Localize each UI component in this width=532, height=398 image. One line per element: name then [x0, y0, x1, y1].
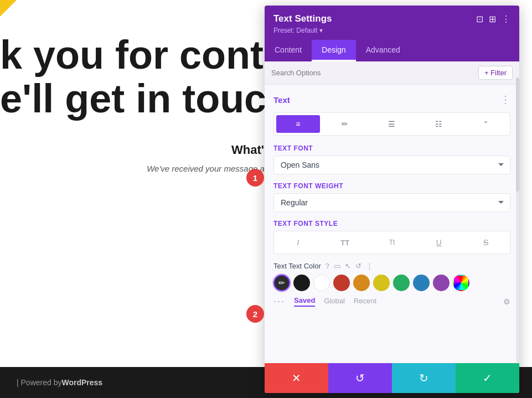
cancel-button[interactable]: ✕ — [265, 363, 328, 393]
panel-search-bar: + Filter — [265, 61, 519, 85]
underline-btn[interactable]: U — [417, 234, 461, 251]
text-font-select[interactable]: Open Sans — [273, 156, 510, 174]
text-format-icons: ≡ ✏ ☰ ☷ " — [273, 112, 510, 136]
quote-btn[interactable]: " — [464, 115, 508, 133]
color-reset-icon[interactable]: ↺ — [355, 262, 361, 270]
save-button[interactable]: ✓ — [456, 363, 519, 393]
color-label-text: Text Text Color — [273, 262, 321, 270]
list-btn[interactable]: ☰ — [370, 115, 414, 133]
color-green-swatch[interactable] — [393, 275, 410, 291]
font-style-icons: I TT Tt U S — [273, 231, 510, 254]
tab-content[interactable]: Content — [265, 40, 312, 61]
text-settings-panel: Text Settings ⊡ ⊞ ⋮ Preset: Default ▾ Co… — [265, 6, 519, 393]
badge-1: 1 — [246, 169, 264, 187]
footer-text: | Powered by — [17, 378, 61, 387]
color-purple-swatch[interactable] — [433, 275, 450, 291]
panel-body: Text ⋮ ≡ ✏ ☰ ☷ " Text Font Open Sans Tex… — [265, 85, 519, 363]
panel-tabs: Content Design Advanced — [265, 40, 519, 61]
panel-title: Text Settings — [273, 13, 332, 24]
section-header: Text ⋮ — [273, 94, 510, 106]
color-more-icon[interactable]: ⋮ — [366, 262, 373, 270]
color-swatches: ✏ — [273, 275, 510, 291]
strikethrough-btn[interactable]: S — [464, 234, 508, 251]
color-picker-swatch[interactable]: ✏ — [273, 275, 290, 291]
color-white-swatch[interactable] — [313, 275, 330, 291]
color-tabs: ··· Saved Global Recent ⚙ — [273, 296, 510, 307]
badge-2: 2 — [246, 305, 264, 323]
italic-btn[interactable]: I — [276, 234, 320, 251]
text-font-weight-label: Text Font Weight — [273, 182, 510, 190]
footer-brand: WordPress — [61, 378, 102, 387]
color-gear-icon[interactable]: ⚙ — [503, 297, 510, 306]
text-font-label: Text Font — [273, 144, 510, 152]
numbered-list-btn[interactable]: ☷ — [417, 115, 461, 133]
tt-btn[interactable]: TT — [323, 234, 367, 251]
panel-header-top: Text Settings ⊡ ⊞ ⋮ — [273, 13, 510, 24]
color-device-icon[interactable]: ▭ — [334, 262, 340, 270]
search-input[interactable] — [271, 69, 478, 77]
tab-advanced[interactable]: Advanced — [356, 40, 410, 61]
color-black-swatch[interactable] — [293, 275, 310, 291]
text-font-style-label: Text Font Style — [273, 220, 510, 228]
undo-button[interactable]: ↺ — [328, 363, 392, 393]
tab-design[interactable]: Design — [312, 40, 356, 61]
color-tab-global[interactable]: Global — [324, 297, 345, 306]
color-cursor-icon[interactable]: ↖ — [345, 262, 351, 270]
color-rainbow-swatch[interactable] — [453, 275, 469, 291]
color-row-label: Text Text Color ? ▭ ↖ ↺ ⋮ — [273, 262, 510, 270]
more-icon[interactable]: ⋮ — [502, 14, 510, 24]
section-title: Text — [273, 95, 290, 105]
color-red-swatch[interactable] — [333, 275, 350, 291]
filter-button[interactable]: + Filter — [478, 66, 513, 80]
resize-icon[interactable]: ⊡ — [476, 14, 483, 24]
color-more-dots[interactable]: ··· — [273, 296, 285, 307]
pen-btn[interactable]: ✏ — [323, 115, 367, 133]
color-help-icon[interactable]: ? — [326, 262, 329, 270]
panel-header-icons: ⊡ ⊞ ⋮ — [476, 14, 510, 24]
color-tab-saved[interactable]: Saved — [294, 296, 315, 307]
color-blue-swatch[interactable] — [413, 275, 430, 291]
panel-scrollbar-thumb[interactable] — [516, 77, 519, 192]
section-menu-icon[interactable]: ⋮ — [500, 94, 510, 106]
color-orange-swatch[interactable] — [353, 275, 370, 291]
color-yellow-swatch[interactable] — [373, 275, 390, 291]
panel-header: Text Settings ⊡ ⊞ ⋮ Preset: Default ▾ — [265, 6, 519, 40]
tt-alt-btn[interactable]: Tt — [370, 234, 414, 251]
panel-footer: ✕ ↺ ↻ ✓ — [265, 363, 519, 393]
color-tab-recent[interactable]: Recent — [354, 297, 376, 306]
columns-icon[interactable]: ⊞ — [489, 14, 496, 24]
redo-button[interactable]: ↻ — [392, 363, 456, 393]
align-left-btn[interactable]: ≡ — [276, 115, 320, 133]
preset-selector[interactable]: Preset: Default ▾ — [273, 27, 510, 34]
text-font-weight-select[interactable]: Regular — [273, 193, 510, 212]
panel-scrollbar[interactable] — [516, 77, 519, 363]
